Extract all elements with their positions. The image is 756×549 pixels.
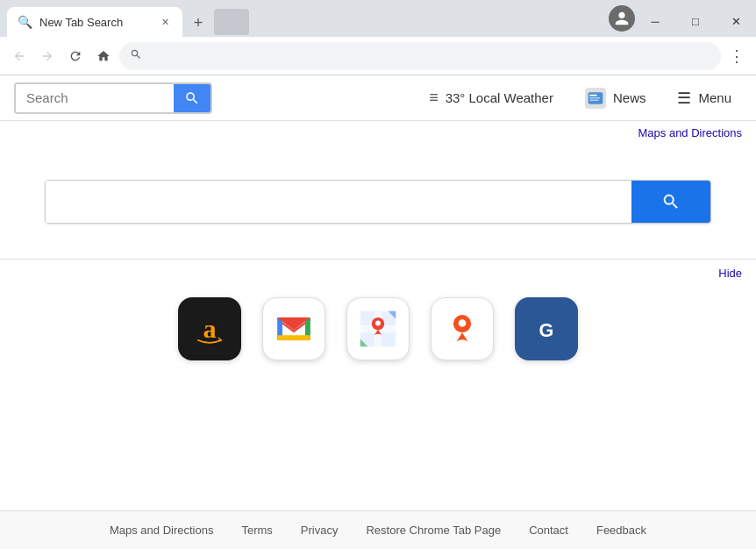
center-search-bar[interactable] — [45, 180, 711, 224]
svg-text:a: a — [203, 314, 216, 344]
svg-point-19 — [459, 319, 467, 327]
url-bar[interactable] — [119, 42, 721, 70]
svg-text:G: G — [539, 319, 554, 341]
weather-icon: ≡ — [429, 89, 439, 107]
refresh-button[interactable] — [63, 44, 88, 68]
menu-widget[interactable]: ☰ Menu — [667, 85, 742, 111]
profile-button[interactable] — [609, 5, 635, 32]
minimize-button[interactable]: ─ — [635, 7, 675, 35]
amazon-icon[interactable]: a — [178, 297, 241, 360]
news-icon — [585, 88, 606, 109]
news-label: News — [613, 90, 646, 105]
weather-widget[interactable]: ≡ 33° Local Weather — [418, 85, 564, 111]
footer-contact-link[interactable]: Contact — [529, 524, 568, 537]
footer-feedback-link[interactable]: Feedback — [596, 524, 646, 537]
hide-row: Hide — [0, 260, 756, 283]
svg-point-16 — [375, 321, 381, 326]
top-search-button[interactable] — [174, 84, 210, 112]
tab-placeholder — [214, 9, 249, 35]
maximize-button[interactable]: □ — [675, 7, 716, 35]
gmail-icon[interactable] — [262, 297, 325, 360]
chrome-menu-button[interactable]: ⋮ — [724, 44, 749, 68]
menu-hamburger-icon: ☰ — [677, 89, 691, 108]
hide-link[interactable]: Hide — [718, 267, 742, 280]
google-maps-icon[interactable] — [346, 297, 410, 360]
svg-rect-10 — [277, 335, 310, 340]
gs-icon[interactable]: G — [515, 297, 578, 360]
svg-rect-2 — [589, 97, 600, 98]
address-bar: ⋮ — [0, 37, 756, 75]
top-search-input[interactable] — [16, 84, 174, 112]
app-toolbar: ≡ 33° Local Weather News ☰ Menu — [0, 75, 756, 121]
forward-button[interactable] — [35, 44, 60, 68]
app-icons-row: a — [0, 283, 756, 378]
tab-favicon: 🔍 — [18, 15, 32, 29]
main-content — [0, 145, 756, 224]
back-button[interactable] — [7, 44, 32, 68]
top-search-bar[interactable] — [14, 82, 212, 114]
footer-maps-link[interactable]: Maps and Directions — [110, 524, 214, 537]
svg-rect-1 — [589, 94, 596, 96]
footer-restore-link[interactable]: Restore Chrome Tab Page — [366, 524, 501, 537]
footer-terms-link[interactable]: Terms — [241, 524, 272, 537]
center-search-input[interactable] — [46, 181, 631, 223]
active-tab[interactable]: 🔍 New Tab Search ✕ — [7, 7, 182, 37]
footer-privacy-link[interactable]: Privacy — [301, 524, 339, 537]
weather-text: 33° Local Weather — [446, 90, 553, 105]
tab-title: New Tab Search — [39, 16, 151, 29]
center-search-button[interactable] — [631, 181, 710, 223]
maps-directions-top-link[interactable]: Maps and Directions — [0, 121, 756, 145]
url-search-icon — [130, 48, 142, 63]
news-widget[interactable]: News — [574, 84, 657, 112]
close-button[interactable]: ✕ — [716, 7, 756, 35]
menu-label: Menu — [698, 90, 731, 105]
tab-close-button[interactable]: ✕ — [158, 15, 172, 29]
home-button[interactable] — [91, 44, 116, 68]
svg-rect-3 — [589, 99, 598, 100]
new-tab-button[interactable]: + — [186, 11, 210, 35]
footer: Maps and Directions Terms Privacy Restor… — [0, 510, 756, 549]
maps-marker-icon[interactable] — [431, 297, 494, 360]
